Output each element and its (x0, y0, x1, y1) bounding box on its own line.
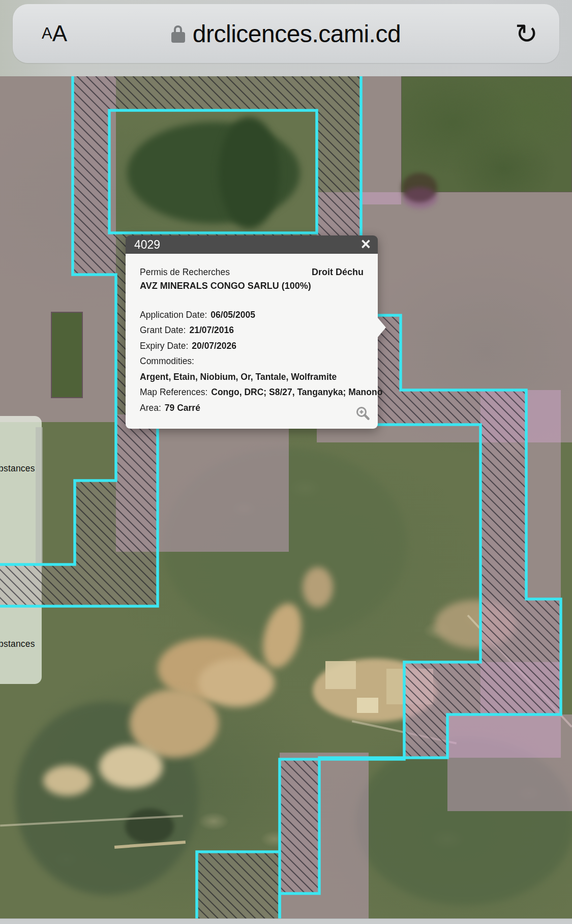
close-icon[interactable]: × (361, 236, 371, 252)
popup-header: 4029 × (126, 235, 378, 254)
refresh-icon[interactable]: ↻ (515, 4, 538, 63)
license-polygons-layer (0, 0, 572, 924)
url-text[interactable]: drclicences.cami.cd (193, 20, 401, 48)
browser-chrome: AA drclicences.cami.cd ↻ (0, 0, 572, 76)
field-row: Area:79 Carré (140, 403, 364, 413)
lock-icon (171, 25, 186, 43)
license-info-popup: 4029 × Permis de Recherches Droit Déchu … (126, 235, 378, 429)
license-status: Droit Déchu (312, 267, 364, 278)
bottom-bar (0, 918, 572, 924)
field-row: Commodities: (140, 356, 364, 367)
field-row: Application Date:06/05/2005 (140, 310, 364, 320)
substances-label: bstances (0, 463, 35, 474)
field-row: Expiry Date:20/07/2026 (140, 341, 364, 351)
commodities-value: Argent, Etain, Niobium, Or, Tantale, Wol… (140, 372, 364, 382)
substances-label: bstances (0, 639, 35, 649)
address-bar[interactable]: AA drclicences.cami.cd ↻ (13, 4, 559, 63)
field-row: Grant Date:21/07/2016 (140, 325, 364, 336)
popup-body: Permis de Recherches Droit Déchu AVZ MIN… (126, 254, 378, 429)
license-type: Permis de Recherches (140, 267, 230, 278)
license-4029-polygon[interactable] (0, 71, 561, 924)
phone-screenshot: bstances bstances 4029 × Permis de Reche… (0, 0, 572, 924)
popup-pointer (378, 318, 386, 337)
popup-title: 4029 (134, 238, 160, 252)
license-owner: AVZ MINERALS CONGO SARLU (100%) (140, 281, 364, 291)
field-row: Map References:Congo, DRC; S8/27, Tangan… (140, 387, 364, 398)
magnifier-plus-icon[interactable] (355, 406, 371, 424)
